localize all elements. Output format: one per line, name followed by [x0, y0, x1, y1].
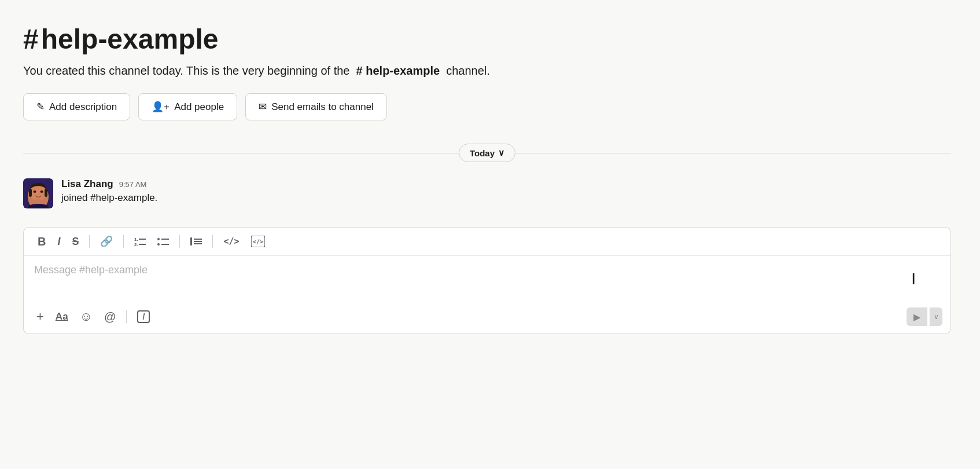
svg-text:2.: 2. [134, 242, 138, 247]
unordered-list-button[interactable] [153, 234, 174, 249]
divider-line-right [515, 153, 951, 153]
mention-button[interactable]: @ [100, 308, 120, 326]
toolbar-separator-4 [212, 235, 213, 248]
send-emails-label: Send emails to channel [271, 101, 374, 113]
code-button[interactable]: </> [219, 235, 244, 248]
divider-line-left [23, 153, 459, 153]
svg-rect-4 [45, 189, 47, 197]
svg-point-13 [157, 243, 160, 246]
message-content: Lisa Zhang 9:57 AM joined #help-example. [61, 178, 951, 204]
attach-button[interactable]: + [32, 307, 49, 327]
chevron-down-icon: ∨ [934, 313, 939, 321]
text-cursor: I [911, 270, 916, 288]
email-icon: ✉ [259, 101, 267, 113]
link-button[interactable]: 🔗 [95, 234, 117, 249]
add-people-label: Add people [174, 101, 224, 113]
compose-toolbar: B I S 🔗 1. 2. [24, 228, 950, 256]
subtitle-channel: # help-example [353, 64, 443, 77]
subtitle-prefix: You created this channel today. This is … [23, 64, 349, 77]
svg-rect-7 [36, 199, 40, 204]
channel-header: # help-example You created this channel … [23, 23, 951, 120]
compose-footer: + Aa ☺ @ / ▶ ∨ [24, 302, 950, 334]
message-meta: Lisa Zhang 9:57 AM [61, 178, 951, 190]
send-emails-button[interactable]: ✉ Send emails to channel [245, 93, 387, 120]
strikethrough-button[interactable]: S [67, 234, 83, 249]
send-arrow-icon: ▶ [913, 312, 920, 323]
message-entry: Lisa Zhang 9:57 AM joined #help-example. [23, 178, 951, 208]
add-person-icon: 👤+ [152, 101, 170, 113]
toolbar-separator-3 [179, 235, 180, 248]
add-people-button[interactable]: 👤+ Add people [138, 93, 237, 120]
ordered-list-button[interactable]: 1. 2. [130, 234, 150, 249]
svg-point-12 [157, 238, 160, 240]
svg-rect-3 [29, 189, 32, 197]
send-button-group: ▶ ∨ [907, 307, 942, 326]
code-block-button[interactable]: </> [246, 233, 270, 250]
date-divider: Today ∨ [23, 144, 951, 162]
bold-button[interactable]: B [33, 233, 50, 250]
compose-area[interactable]: Message #help-example I [24, 256, 950, 302]
footer-separator [126, 310, 127, 323]
svg-text:1.: 1. [134, 237, 138, 242]
svg-point-5 [34, 190, 36, 193]
message-text: joined #help-example. [61, 192, 951, 204]
toolbar-separator-1 [89, 235, 90, 248]
compose-box: B I S 🔗 1. 2. [23, 227, 951, 334]
slash-icon: / [137, 310, 150, 323]
svg-point-6 [40, 190, 43, 193]
action-buttons: ✎ Add description 👤+ Add people ✉ Send e… [23, 93, 951, 120]
today-divider-button[interactable]: Today ∨ [459, 144, 515, 162]
pencil-icon: ✎ [36, 101, 45, 113]
send-options-button[interactable]: ∨ [930, 307, 942, 326]
add-description-label: Add description [49, 101, 117, 113]
text-format-button[interactable]: Aa [51, 309, 73, 325]
avatar [23, 178, 53, 208]
block-quote-button[interactable] [186, 234, 207, 249]
message-author: Lisa Zhang [61, 178, 113, 190]
compose-placeholder: Message #help-example [34, 264, 940, 276]
italic-button[interactable]: I [53, 234, 65, 249]
chevron-down-icon: ∨ [498, 148, 504, 158]
channel-subtitle: You created this channel today. This is … [23, 62, 951, 79]
channel-title: # help-example [23, 23, 951, 55]
channel-name: help-example [41, 23, 219, 55]
today-label: Today [470, 148, 495, 158]
svg-rect-16 [190, 237, 192, 246]
hash-symbol: # [23, 23, 39, 55]
slash-command-button[interactable]: / [132, 308, 154, 325]
toolbar-separator-2 [123, 235, 124, 248]
emoji-button[interactable]: ☺ [75, 307, 97, 327]
subtitle-suffix: channel. [446, 64, 490, 77]
svg-text:</>: </> [253, 239, 263, 245]
add-description-button[interactable]: ✎ Add description [23, 93, 130, 120]
send-message-button[interactable]: ▶ [907, 307, 927, 326]
message-time: 9:57 AM [119, 180, 147, 189]
